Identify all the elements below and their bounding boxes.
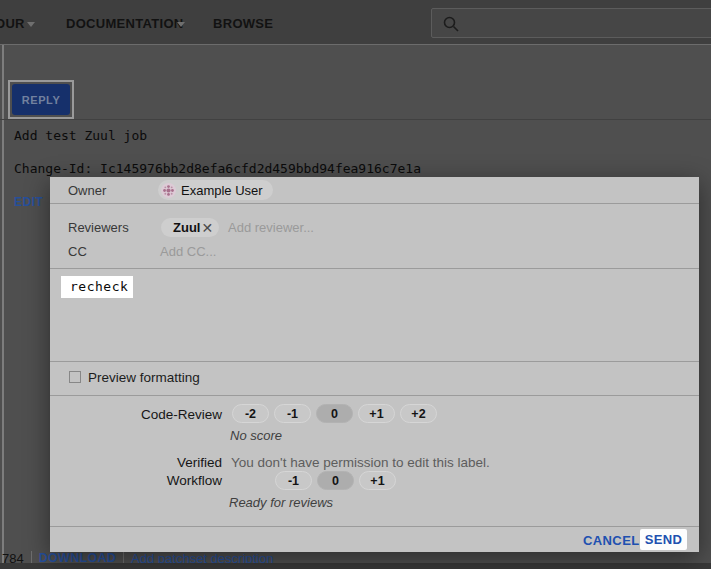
workflow-button-plus1[interactable]: +1 (359, 471, 396, 490)
bottom-edge-strip (0, 563, 711, 569)
score-button-zero-selected[interactable]: 0 (316, 404, 353, 423)
send-button[interactable]: SEND (640, 529, 687, 550)
edit-link[interactable]: EDIT (14, 195, 43, 209)
workflow-label: Workflow (50, 473, 222, 488)
search-input[interactable] (431, 8, 711, 38)
chevron-down-icon (27, 22, 35, 27)
reviewers-label: Reviewers (68, 220, 129, 235)
owner-label: Owner (68, 183, 106, 198)
owner-chip[interactable]: Example User (158, 180, 273, 200)
dialog-divider (50, 395, 699, 396)
avatar (161, 183, 176, 198)
preview-formatting-label: Preview formatting (88, 370, 200, 385)
add-cc-input[interactable]: Add CC... (160, 244, 216, 259)
commit-message-change-id: Change-Id: Ic145976bb2d8efa6cfd2d459bbd9… (14, 161, 421, 176)
preview-formatting-checkbox[interactable] (69, 371, 81, 383)
code-review-label: Code-Review (50, 407, 222, 422)
chevron-down-icon (177, 22, 185, 27)
code-review-status: No score (230, 428, 282, 443)
nav-menu-browse[interactable]: BROWSE (213, 16, 273, 31)
gerrit-screen: OUR DOCUMENTATION BROWSE REPLY Add test … (0, 0, 711, 569)
score-button-plus1[interactable]: +1 (358, 404, 395, 423)
score-button-plus2[interactable]: +2 (400, 404, 437, 423)
workflow-status: Ready for reviews (229, 495, 333, 510)
reply-dialog: Owner Example User Reviewers (50, 177, 699, 552)
workflow-button-minus1[interactable]: -1 (275, 471, 312, 490)
dialog-divider (50, 361, 699, 362)
nav-menu-documentation[interactable]: DOCUMENTATION (66, 16, 184, 31)
section-divider (0, 119, 711, 120)
workflow-button-zero-selected[interactable]: 0 (317, 471, 354, 490)
nav-menu-your[interactable]: OUR (0, 16, 25, 31)
dialog-divider (50, 268, 699, 269)
workflow-score-buttons: -1 0 +1 (275, 471, 396, 490)
verified-label: Verified (50, 455, 222, 470)
add-reviewer-input[interactable]: Add reviewer... (228, 220, 314, 235)
reviewer-chip-name: Zuul (173, 220, 200, 235)
reply-button[interactable]: REPLY (12, 84, 70, 115)
reply-message-text: recheck (70, 279, 128, 294)
cancel-button[interactable]: CANCEL (583, 533, 640, 548)
reply-message-textarea[interactable]: recheck (61, 276, 133, 298)
remove-reviewer-icon[interactable]: ✕ (201, 221, 213, 235)
reviewer-chip-zuul[interactable]: Zuul ✕ (161, 218, 219, 237)
verified-permission-message: You don't have permission to edit this l… (231, 455, 490, 470)
owner-chip-name: Example User (181, 183, 263, 198)
dialog-divider (50, 526, 699, 527)
search-icon (442, 15, 460, 33)
page-left-edge (2, 45, 4, 563)
cc-label: CC (68, 244, 87, 259)
top-navigation-bar: OUR DOCUMENTATION BROWSE (0, 0, 711, 45)
code-review-score-buttons: -2 -1 0 +1 +2 (232, 404, 437, 423)
reply-button-focus-ring: REPLY (8, 80, 74, 119)
commit-message-subject: Add test Zuul job (14, 128, 147, 143)
score-button-minus2[interactable]: -2 (232, 404, 269, 423)
dialog-divider (50, 203, 699, 204)
score-button-minus1[interactable]: -1 (274, 404, 311, 423)
